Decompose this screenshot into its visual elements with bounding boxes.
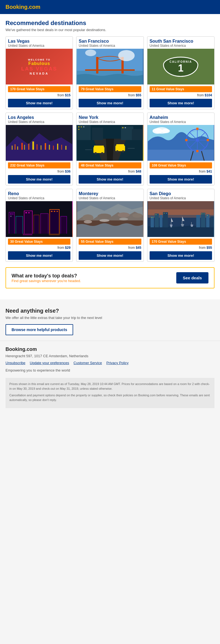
svg-rect-111 [191,222,191,225]
svg-rect-2 [96,57,98,73]
dest-name: New York [79,115,141,120]
svg-rect-83 [10,214,12,214]
svg-rect-68 [16,216,23,234]
dest-name: San Diego [150,191,212,196]
dest-card-footer: 170 Great Value Stays from $55 Show me m… [147,237,214,261]
show-more-button-reno[interactable]: Show me more! [8,251,70,260]
great-value-badge: 48 Great Value Stays [79,162,141,168]
svg-point-5 [118,50,135,61]
dest-card-header: Los Angeles United States of America [6,113,73,125]
price: $48 [136,170,141,173]
svg-rect-72 [34,215,39,234]
footer-link-unsubscribe[interactable]: Unsubscribe [6,361,25,365]
dest-image-south-sf: CALIFORNIA 1 [147,49,214,84]
svg-rect-120 [206,214,209,227]
destinations-grid: Las Vegas United States of America WELCO… [6,36,215,262]
svg-rect-88 [51,211,53,212]
dest-card-footer: 11 Great Value Stays from $104 Show me m… [147,84,214,109]
great-value-badge: 170 Great Value Stays [150,239,212,245]
great-value-badge: 108 Great Value Stays [150,162,212,168]
svg-rect-40 [81,126,82,127]
dest-name: South San Francisco [150,39,212,44]
price: $45 [136,246,141,250]
footer-logo: Booking.com [6,346,215,352]
dest-card-header: New York United States of America [76,113,143,125]
svg-rect-32 [116,144,124,147]
svg-rect-57 [196,150,198,152]
show-more-button-anaheim[interactable]: Show me more! [150,175,212,184]
monterey-coast-icon [76,201,143,237]
dest-country: United States of America [79,44,141,48]
price: $29 [65,246,70,250]
from-price: from $55 [79,93,141,97]
svg-rect-87 [28,212,30,213]
svg-rect-9 [12,146,13,150]
dest-name: Las Vegas [8,39,70,44]
see-deals-button[interactable]: See deals [176,272,208,283]
svg-rect-122 [151,217,152,218]
price: $41 [207,170,212,173]
california-sign: CALIFORNIA 1 [163,57,198,77]
dest-card-header: Monterey United States of America [76,189,143,201]
svg-rect-55 [196,128,198,130]
svg-rect-13 [24,145,25,150]
top-deals-title: What are today's top deals? [12,273,81,279]
from-price: from $15 [8,93,70,97]
footer-link-privacy[interactable]: Privacy Policy [106,361,129,365]
svg-rect-56 [207,139,209,141]
svg-rect-117 [163,212,168,227]
svg-rect-19 [49,145,50,150]
disclaimer-text-2: Cancellation and payment options depend … [9,393,211,402]
great-value-badge: 30 Great Value Stays [8,239,70,245]
svg-rect-129 [207,215,208,216]
show-more-button-monterey[interactable]: Show me more! [79,251,141,260]
svg-rect-126 [166,213,167,214]
svg-rect-78 [61,216,67,234]
from-price: from $55 [150,246,212,250]
footer-link-customer-service[interactable]: Customer Service [73,361,102,365]
svg-rect-28 [94,146,104,148]
footer-disclaimer: Prices shown in this email are current a… [6,378,215,408]
dest-country: United States of America [8,120,70,124]
svg-point-33 [116,150,119,152]
svg-rect-11 [17,146,18,150]
dest-card-footer: 48 Great Value Stays from $48 Show me mo… [76,161,143,185]
dest-country: United States of America [150,120,212,124]
show-more-button-south-sf[interactable]: Show me more! [150,99,212,107]
dest-country: United States of America [79,196,141,200]
svg-rect-41 [83,126,84,127]
show-more-button-san-diego[interactable]: Show me more! [150,251,212,260]
dest-image-anaheim [147,125,214,161]
dest-image-las-vegas: WELCOME TO Fabulous LAS VEGAS NEVADA [6,49,73,84]
price: $36 [65,170,70,173]
svg-rect-127 [201,214,202,214]
price: $55 [207,246,212,250]
dest-card-header: Las Vegas United States of America [6,37,73,49]
svg-rect-74 [41,214,48,234]
need-anything-subtitle: We offer all the little extras that take… [6,316,215,320]
top-deals-text: What are today's top deals? Find great s… [12,273,81,283]
svg-point-98 [84,220,92,223]
los-angeles-skyline-icon [6,125,73,161]
svg-rect-10 [15,144,16,150]
svg-rect-123 [152,217,153,218]
dest-image-new-york [76,125,143,161]
dest-card-footer: 79 Great Value Stays from $55 Show me mo… [76,84,143,109]
show-more-button-los-angeles[interactable]: Show me more! [8,175,70,184]
browse-products-button[interactable]: Browse more helpful products [6,324,73,335]
svg-point-29 [95,152,97,154]
svg-point-30 [101,152,103,154]
footer-link-preferences[interactable]: Update your preferences [30,361,69,365]
great-value-badge: 55 Great Value Stays [79,239,141,245]
footer-tagline: Empowering you to experience the world [6,368,215,372]
from-price: from $104 [150,93,212,97]
show-more-button-las-vegas[interactable]: Show me more! [8,99,70,107]
svg-rect-58 [185,139,187,141]
show-more-button-san-francisco[interactable]: Show me more! [79,99,141,107]
dest-country: United States of America [8,44,70,48]
san-diego-skyline-icon [147,201,214,237]
svg-rect-76 [50,209,59,234]
svg-rect-12 [21,143,23,150]
svg-rect-118 [196,215,200,227]
show-more-button-new-york[interactable]: Show me more! [79,175,141,184]
